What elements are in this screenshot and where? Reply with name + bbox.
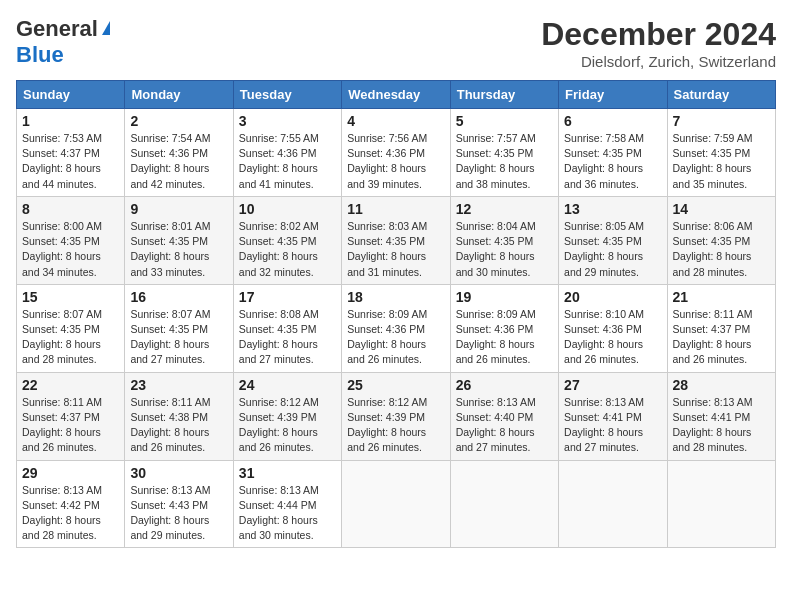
day-info: Sunrise: 7:59 AMSunset: 4:35 PMDaylight:…	[673, 131, 770, 192]
logo-blue-text: Blue	[16, 42, 64, 68]
calendar-cell: 9Sunrise: 8:01 AMSunset: 4:35 PMDaylight…	[125, 196, 233, 284]
location: Dielsdorf, Zurich, Switzerland	[541, 53, 776, 70]
page-header: General Blue December 2024 Dielsdorf, Zu…	[16, 16, 776, 70]
day-number: 24	[239, 377, 336, 393]
calendar-header-sunday: Sunday	[17, 81, 125, 109]
logo-general-text: General	[16, 16, 98, 42]
day-info: Sunrise: 7:54 AMSunset: 4:36 PMDaylight:…	[130, 131, 227, 192]
day-number: 12	[456, 201, 553, 217]
logo-icon	[102, 21, 110, 35]
calendar-cell: 13Sunrise: 8:05 AMSunset: 4:35 PMDayligh…	[559, 196, 667, 284]
day-info: Sunrise: 8:03 AMSunset: 4:35 PMDaylight:…	[347, 219, 444, 280]
calendar-week-row: 29Sunrise: 8:13 AMSunset: 4:42 PMDayligh…	[17, 460, 776, 548]
calendar-cell: 30Sunrise: 8:13 AMSunset: 4:43 PMDayligh…	[125, 460, 233, 548]
calendar-body: 1Sunrise: 7:53 AMSunset: 4:37 PMDaylight…	[17, 109, 776, 548]
calendar-cell	[342, 460, 450, 548]
day-number: 21	[673, 289, 770, 305]
day-info: Sunrise: 8:12 AMSunset: 4:39 PMDaylight:…	[239, 395, 336, 456]
calendar-table: SundayMondayTuesdayWednesdayThursdayFrid…	[16, 80, 776, 548]
calendar-cell: 2Sunrise: 7:54 AMSunset: 4:36 PMDaylight…	[125, 109, 233, 197]
day-number: 31	[239, 465, 336, 481]
calendar-cell: 15Sunrise: 8:07 AMSunset: 4:35 PMDayligh…	[17, 284, 125, 372]
calendar-cell: 20Sunrise: 8:10 AMSunset: 4:36 PMDayligh…	[559, 284, 667, 372]
logo: General Blue	[16, 16, 110, 68]
calendar-cell	[667, 460, 775, 548]
calendar-header-tuesday: Tuesday	[233, 81, 341, 109]
day-info: Sunrise: 8:04 AMSunset: 4:35 PMDaylight:…	[456, 219, 553, 280]
day-info: Sunrise: 8:05 AMSunset: 4:35 PMDaylight:…	[564, 219, 661, 280]
day-info: Sunrise: 8:13 AMSunset: 4:40 PMDaylight:…	[456, 395, 553, 456]
day-info: Sunrise: 7:57 AMSunset: 4:35 PMDaylight:…	[456, 131, 553, 192]
day-number: 28	[673, 377, 770, 393]
day-number: 13	[564, 201, 661, 217]
day-number: 19	[456, 289, 553, 305]
day-number: 26	[456, 377, 553, 393]
calendar-cell: 18Sunrise: 8:09 AMSunset: 4:36 PMDayligh…	[342, 284, 450, 372]
calendar-cell: 24Sunrise: 8:12 AMSunset: 4:39 PMDayligh…	[233, 372, 341, 460]
calendar-header-saturday: Saturday	[667, 81, 775, 109]
calendar-cell: 11Sunrise: 8:03 AMSunset: 4:35 PMDayligh…	[342, 196, 450, 284]
day-number: 27	[564, 377, 661, 393]
calendar-cell: 3Sunrise: 7:55 AMSunset: 4:36 PMDaylight…	[233, 109, 341, 197]
calendar-cell: 16Sunrise: 8:07 AMSunset: 4:35 PMDayligh…	[125, 284, 233, 372]
day-number: 5	[456, 113, 553, 129]
title-block: December 2024 Dielsdorf, Zurich, Switzer…	[541, 16, 776, 70]
day-info: Sunrise: 7:58 AMSunset: 4:35 PMDaylight:…	[564, 131, 661, 192]
calendar-cell: 5Sunrise: 7:57 AMSunset: 4:35 PMDaylight…	[450, 109, 558, 197]
day-number: 3	[239, 113, 336, 129]
calendar-cell: 31Sunrise: 8:13 AMSunset: 4:44 PMDayligh…	[233, 460, 341, 548]
day-number: 10	[239, 201, 336, 217]
calendar-cell: 26Sunrise: 8:13 AMSunset: 4:40 PMDayligh…	[450, 372, 558, 460]
day-info: Sunrise: 8:11 AMSunset: 4:37 PMDaylight:…	[673, 307, 770, 368]
calendar-cell	[559, 460, 667, 548]
calendar-header-thursday: Thursday	[450, 81, 558, 109]
day-info: Sunrise: 8:13 AMSunset: 4:42 PMDaylight:…	[22, 483, 119, 544]
calendar-cell: 19Sunrise: 8:09 AMSunset: 4:36 PMDayligh…	[450, 284, 558, 372]
day-number: 25	[347, 377, 444, 393]
day-info: Sunrise: 7:53 AMSunset: 4:37 PMDaylight:…	[22, 131, 119, 192]
calendar-cell: 29Sunrise: 8:13 AMSunset: 4:42 PMDayligh…	[17, 460, 125, 548]
day-number: 4	[347, 113, 444, 129]
calendar-cell: 25Sunrise: 8:12 AMSunset: 4:39 PMDayligh…	[342, 372, 450, 460]
day-info: Sunrise: 7:56 AMSunset: 4:36 PMDaylight:…	[347, 131, 444, 192]
calendar-header-friday: Friday	[559, 81, 667, 109]
day-number: 15	[22, 289, 119, 305]
calendar-cell: 28Sunrise: 8:13 AMSunset: 4:41 PMDayligh…	[667, 372, 775, 460]
calendar-cell: 1Sunrise: 7:53 AMSunset: 4:37 PMDaylight…	[17, 109, 125, 197]
calendar-week-row: 22Sunrise: 8:11 AMSunset: 4:37 PMDayligh…	[17, 372, 776, 460]
day-number: 16	[130, 289, 227, 305]
calendar-header-wednesday: Wednesday	[342, 81, 450, 109]
day-number: 9	[130, 201, 227, 217]
day-info: Sunrise: 8:10 AMSunset: 4:36 PMDaylight:…	[564, 307, 661, 368]
calendar-cell: 7Sunrise: 7:59 AMSunset: 4:35 PMDaylight…	[667, 109, 775, 197]
day-number: 14	[673, 201, 770, 217]
calendar-week-row: 15Sunrise: 8:07 AMSunset: 4:35 PMDayligh…	[17, 284, 776, 372]
day-info: Sunrise: 8:09 AMSunset: 4:36 PMDaylight:…	[347, 307, 444, 368]
calendar-cell: 27Sunrise: 8:13 AMSunset: 4:41 PMDayligh…	[559, 372, 667, 460]
calendar-cell: 4Sunrise: 7:56 AMSunset: 4:36 PMDaylight…	[342, 109, 450, 197]
calendar-header-row: SundayMondayTuesdayWednesdayThursdayFrid…	[17, 81, 776, 109]
month-title: December 2024	[541, 16, 776, 53]
day-number: 6	[564, 113, 661, 129]
day-info: Sunrise: 8:12 AMSunset: 4:39 PMDaylight:…	[347, 395, 444, 456]
day-number: 2	[130, 113, 227, 129]
calendar-cell: 17Sunrise: 8:08 AMSunset: 4:35 PMDayligh…	[233, 284, 341, 372]
day-number: 23	[130, 377, 227, 393]
day-info: Sunrise: 8:00 AMSunset: 4:35 PMDaylight:…	[22, 219, 119, 280]
calendar-week-row: 1Sunrise: 7:53 AMSunset: 4:37 PMDaylight…	[17, 109, 776, 197]
calendar-cell: 14Sunrise: 8:06 AMSunset: 4:35 PMDayligh…	[667, 196, 775, 284]
day-number: 30	[130, 465, 227, 481]
day-info: Sunrise: 8:09 AMSunset: 4:36 PMDaylight:…	[456, 307, 553, 368]
day-number: 11	[347, 201, 444, 217]
day-number: 18	[347, 289, 444, 305]
day-info: Sunrise: 8:13 AMSunset: 4:41 PMDaylight:…	[673, 395, 770, 456]
day-number: 7	[673, 113, 770, 129]
day-info: Sunrise: 7:55 AMSunset: 4:36 PMDaylight:…	[239, 131, 336, 192]
calendar-cell: 21Sunrise: 8:11 AMSunset: 4:37 PMDayligh…	[667, 284, 775, 372]
calendar-cell: 10Sunrise: 8:02 AMSunset: 4:35 PMDayligh…	[233, 196, 341, 284]
day-info: Sunrise: 8:13 AMSunset: 4:41 PMDaylight:…	[564, 395, 661, 456]
calendar-week-row: 8Sunrise: 8:00 AMSunset: 4:35 PMDaylight…	[17, 196, 776, 284]
day-info: Sunrise: 8:13 AMSunset: 4:44 PMDaylight:…	[239, 483, 336, 544]
day-info: Sunrise: 8:11 AMSunset: 4:38 PMDaylight:…	[130, 395, 227, 456]
day-number: 17	[239, 289, 336, 305]
